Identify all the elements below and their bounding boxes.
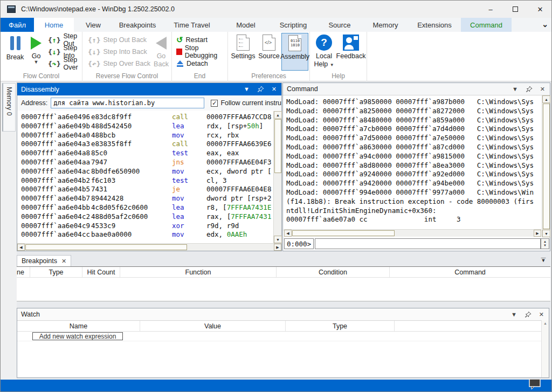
follow-current-checkbox[interactable]: ✓ bbox=[211, 100, 218, 107]
disasm-row[interactable]: 00007fff`aa6e04bb4c8d05f62c0600lear8, [7… bbox=[21, 203, 273, 212]
tab-view[interactable]: View bbox=[74, 18, 113, 32]
column-header-command[interactable]: Command bbox=[390, 267, 550, 277]
command-input[interactable] bbox=[315, 238, 541, 249]
column-header-value[interactable]: Value bbox=[140, 321, 286, 331]
panel-dropdown-icon[interactable]: ▼ bbox=[244, 86, 250, 92]
tab-source[interactable]: Source bbox=[316, 18, 363, 32]
add-watch-expression-button[interactable]: Add new watch expression bbox=[32, 332, 123, 340]
minimize-button[interactable]: – bbox=[478, 1, 503, 18]
watch-header[interactable]: Watch ▼ ✕ bbox=[17, 308, 549, 321]
scroll-left-icon[interactable]: ◀ bbox=[17, 244, 25, 251]
disasm-row[interactable]: 00007fff`aa6e04b789442428movdword ptr [r… bbox=[21, 194, 273, 203]
scroll-thumb[interactable] bbox=[292, 230, 395, 236]
disasm-row[interactable]: 00007fff`aa6e04ccbaae0a0000movedx, 0AAEh bbox=[21, 230, 273, 239]
maximize-button[interactable] bbox=[503, 1, 528, 18]
go-button[interactable]: Go ▼ bbox=[26, 34, 46, 64]
restart-button[interactable]: ↺Restart bbox=[176, 35, 208, 45]
tab-time-travel[interactable]: Time Travel bbox=[162, 18, 222, 32]
settings-button[interactable]: Settings bbox=[229, 33, 257, 71]
column-header-name[interactable]: ne bbox=[17, 267, 30, 277]
scroll-thumb[interactable] bbox=[274, 119, 281, 173]
disassembly-hscrollbar[interactable]: ◀ ▶ bbox=[17, 243, 281, 251]
scroll-right-icon[interactable]: ▶ bbox=[534, 230, 541, 237]
column-header-function[interactable]: Function bbox=[120, 267, 277, 277]
close-button[interactable]: ✕ bbox=[528, 1, 552, 18]
scroll-down-icon[interactable]: ▼ bbox=[274, 236, 282, 243]
scroll-up-icon[interactable]: ▲ bbox=[542, 95, 550, 103]
detach-button[interactable]: Detach bbox=[176, 58, 208, 69]
tab-memory[interactable]: Memory bbox=[363, 18, 408, 32]
tab-scripting[interactable]: Scripting bbox=[270, 18, 316, 32]
disasm-row[interactable]: 00007fff`aa6e04a0488bcbmovrcx, rbx bbox=[21, 131, 273, 140]
close-icon[interactable]: ✕ bbox=[61, 258, 66, 264]
breakpoints-list[interactable] bbox=[17, 278, 550, 301]
disasm-row[interactable]: 00007fff`aa6e04c94533c9xorr9d, r9d bbox=[21, 222, 273, 231]
stop-debugging-button[interactable]: Stop Debugging bbox=[176, 46, 227, 57]
disasm-row[interactable]: 00007fff`aa6e049b488d542450leardx, [rsp+… bbox=[21, 122, 273, 131]
scroll-down-icon[interactable]: ▼ bbox=[542, 230, 550, 237]
disasm-row[interactable]: 00007fff`aa6e04ac8b0dfe650900movecx, dwo… bbox=[21, 167, 273, 176]
go-back-button[interactable]: GoBack bbox=[151, 34, 171, 68]
column-header-hit-count[interactable]: Hit Count bbox=[82, 267, 120, 277]
address-input[interactable] bbox=[51, 98, 204, 108]
scroll-right-icon[interactable]: ▶ bbox=[274, 244, 281, 251]
breakpoints-tab[interactable]: Breakpoints ✕ bbox=[17, 255, 71, 266]
disasm-row[interactable]: 00007fff`aa6e04a3e83835f8ffcall00007FFFA… bbox=[21, 140, 273, 149]
disasm-row[interactable]: 00007fff`aa6e04a885c0testeax, eax bbox=[21, 149, 273, 158]
disassembly-listing[interactable]: 00007fff`aa6e0496e83dc8f9ffcall00007FFFA… bbox=[17, 111, 273, 243]
assembly-button[interactable]: Assembly bbox=[281, 33, 308, 71]
tab-home[interactable]: Home bbox=[34, 18, 74, 32]
source-button[interactable]: Source bbox=[257, 33, 281, 71]
command-output[interactable]: ModLoad: 00007fff`a9850000 00007fff`a987… bbox=[283, 95, 541, 230]
disasm-bytes: 488bcb bbox=[91, 131, 172, 140]
command-hscrollbar[interactable]: ◀ ▶ bbox=[284, 229, 541, 237]
close-icon[interactable]: ✕ bbox=[272, 86, 277, 92]
scroll-thumb[interactable] bbox=[25, 244, 187, 250]
disassembly-vscrollbar[interactable]: ▲ ▼ bbox=[273, 111, 281, 243]
scroll-up-icon[interactable]: ▲ bbox=[543, 321, 547, 325]
step-into-button[interactable]: {↓}Step Into bbox=[48, 46, 82, 57]
step-over-button[interactable]: {↷}Step Over bbox=[48, 58, 82, 69]
disasm-row[interactable]: 00007fff`aa6e04b57431je00007FFFAA6E04E8 bbox=[21, 185, 273, 194]
panel-dropdown-icon[interactable]: ▼ bbox=[511, 312, 517, 318]
command-vscrollbar[interactable]: ▲ ▼ bbox=[542, 95, 550, 237]
tab-command[interactable]: Command bbox=[461, 18, 512, 32]
panel-dropdown-icon[interactable]: ▼ bbox=[512, 86, 518, 92]
step-over-back-button[interactable]: {↶}Step Over Back bbox=[88, 58, 150, 69]
watch-vscrollbar[interactable]: ▲ bbox=[541, 320, 549, 377]
scroll-thumb[interactable] bbox=[543, 104, 550, 229]
step-into-back-button[interactable]: {↓}Step Into Back bbox=[88, 46, 147, 57]
column-header-type[interactable]: Type bbox=[286, 321, 395, 331]
tab-file[interactable]: Файл bbox=[1, 18, 34, 32]
disassembly-header[interactable]: Disassembly ▼ ✕ bbox=[17, 83, 281, 95]
disasm-row[interactable]: 00007fff`aa6e04b2f6c103testcl, 3 bbox=[21, 176, 273, 185]
tab-extensions[interactable]: Extensions bbox=[408, 18, 461, 32]
step-into-back-icon: {↓} bbox=[88, 48, 100, 56]
feedback-bubble-icon[interactable] bbox=[528, 377, 542, 390]
tab-breakpoints[interactable]: Breakpoints bbox=[113, 18, 162, 32]
history-spinner[interactable]: ▲▼ bbox=[541, 238, 549, 249]
disasm-row[interactable]: 00007fff`aa6e04aa7947jns00007FFFAA6E04F3 bbox=[21, 158, 273, 167]
disasm-row[interactable]: 00007fff`aa6e04c2488d05af2c0600learax, [… bbox=[21, 212, 273, 222]
pin-icon[interactable] bbox=[525, 311, 532, 318]
step-out-button[interactable]: {↑}Step Out bbox=[48, 35, 82, 45]
column-header-type[interactable]: Type bbox=[30, 267, 82, 277]
column-header-condition[interactable]: Condition bbox=[277, 267, 390, 277]
pin-icon[interactable] bbox=[526, 86, 533, 93]
step-out-back-button[interactable]: {↑}Step Out Back bbox=[88, 35, 147, 45]
break-button[interactable]: Break bbox=[4, 34, 26, 61]
local-help-button[interactable]: ? LocalHelp ▼ bbox=[312, 33, 336, 71]
panel-menu-icon[interactable]: —▼ bbox=[540, 257, 547, 262]
column-header-name[interactable]: Name bbox=[17, 321, 140, 331]
memory-0-tab[interactable]: Memory 0 bbox=[2, 83, 16, 132]
close-icon[interactable]: ✕ bbox=[540, 86, 545, 92]
command-header[interactable]: Command ▼ ✕ bbox=[283, 83, 550, 95]
ribbon-collapse-chevron-icon[interactable]: ⌄ bbox=[542, 20, 548, 29]
disasm-row[interactable]: 00007fff`aa6e0496e83dc8f9ffcall00007FFFA… bbox=[21, 113, 273, 122]
pin-icon[interactable] bbox=[257, 86, 264, 93]
tab-model[interactable]: Model bbox=[222, 18, 270, 32]
feedback-button[interactable]: Feedback bbox=[337, 33, 365, 71]
scroll-up-icon[interactable]: ▲ bbox=[274, 111, 282, 119]
scroll-left-icon[interactable]: ◀ bbox=[284, 230, 292, 237]
close-icon[interactable]: ✕ bbox=[539, 312, 544, 318]
